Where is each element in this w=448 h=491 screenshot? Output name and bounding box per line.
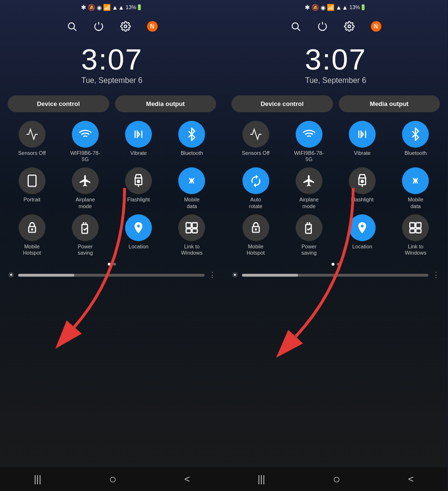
tile-wifi-right[interactable]: WIFI9B6-78-5G — [285, 121, 333, 163]
tile-bluetooth-left[interactable]: Bluetooth — [168, 121, 216, 163]
brightness-bar-left[interactable] — [18, 274, 205, 277]
notification-button-right[interactable]: N — [368, 19, 384, 34]
svg-rect-31 — [410, 229, 415, 233]
svg-point-25 — [255, 229, 256, 230]
sensors-label-right: Sensors Off — [242, 150, 270, 156]
auto-rotate-label-right: Autorotate — [249, 197, 263, 209]
tile-portrait-left[interactable]: Portrait — [8, 167, 56, 209]
brightness-dots-left[interactable]: ⋮ — [208, 270, 216, 280]
svg-rect-26 — [306, 224, 311, 234]
device-control-button-right[interactable]: Device control — [231, 95, 333, 112]
bluetooth-icon-right — [402, 121, 429, 148]
nav-home-right[interactable]: ○ — [333, 472, 341, 487]
tile-mobile-data-left[interactable]: Mobiledata — [168, 167, 216, 209]
status-bar-left: ✱ 🔕 ◉ 📶 ▲▲ 13%🔋 — [0, 0, 224, 15]
tile-vibrate-left[interactable]: Vibrate — [115, 121, 163, 163]
nav-back-left[interactable]: < — [184, 474, 190, 485]
location-icon-left — [125, 214, 152, 241]
svg-point-7 — [138, 180, 140, 183]
portrait-label-left: Portrait — [23, 197, 40, 203]
tile-location-right[interactable]: Location — [338, 214, 387, 256]
control-icons-row-right: N — [224, 15, 448, 40]
power-saving-label-left: Powersaving — [78, 244, 93, 256]
link-windows-icon-right — [402, 214, 429, 241]
bt-status-icon-r: ✱ — [305, 4, 310, 11]
hotspot-icon-left — [19, 214, 46, 241]
bt-status-icon: ✱ — [81, 4, 86, 11]
control-icons-row-left: N — [0, 15, 224, 40]
tile-hotspot-left[interactable]: MobileHotspot — [8, 214, 56, 256]
clock-time-right: 3:07 — [224, 45, 448, 74]
settings-button-left[interactable] — [118, 19, 133, 34]
tile-flashlight-left[interactable]: Flashlight — [115, 167, 163, 209]
tile-power-saving-right[interactable]: Powersaving — [285, 214, 333, 256]
brightness-fill-right — [242, 274, 298, 277]
airplane-icon-right — [296, 167, 322, 194]
power-button-left[interactable] — [91, 19, 106, 34]
dots-row-right — [224, 260, 448, 269]
sensors-icon-left — [19, 121, 46, 148]
dots-row-left — [0, 260, 224, 269]
mobile-data-icon-right — [402, 167, 429, 194]
tile-bluetooth-right[interactable]: Bluetooth — [391, 121, 440, 163]
nav-recent-right[interactable]: ||| — [258, 474, 265, 485]
brightness-row-left: ☀ ⋮ — [0, 269, 224, 281]
mobile-data-label-right: Mobiledata — [408, 197, 423, 209]
tile-hotspot-right[interactable]: MobileHotspot — [231, 214, 280, 256]
nav-recent-left[interactable]: ||| — [34, 474, 42, 485]
flashlight-icon-left — [125, 167, 152, 194]
sensors-icon-right — [242, 121, 269, 148]
tile-airplane-right[interactable]: Airplanemode — [285, 167, 333, 209]
tile-sensors-left[interactable]: Sensors Off — [8, 121, 56, 163]
power-saving-icon-left — [72, 214, 99, 241]
link-windows-label-right: Link toWindows — [405, 244, 426, 256]
brightness-sun-left: ☀ — [8, 270, 14, 280]
dot-1-left — [108, 263, 111, 266]
flashlight-icon-right — [349, 167, 376, 194]
tile-flashlight-right[interactable]: Flashlight — [338, 167, 387, 209]
svg-rect-3 — [28, 175, 35, 187]
sensors-label-left: Sensors Off — [18, 150, 46, 156]
location-label-left: Location — [128, 244, 149, 250]
clock-date-left: Tue, September 6 — [0, 76, 224, 85]
volume-icon-r: 🔕 — [311, 4, 319, 11]
media-output-button-right[interactable]: Media output — [339, 95, 440, 112]
tile-location-left[interactable]: Location — [115, 214, 163, 256]
auto-rotate-icon-right — [242, 167, 269, 194]
signal-icon: ▲▲ — [112, 4, 125, 11]
link-windows-label-left: Link toWindows — [181, 244, 203, 256]
brightness-dots-right[interactable]: ⋮ — [432, 270, 440, 280]
tile-wifi-left[interactable]: WIFI9B6-78-5G — [61, 121, 109, 163]
settings-button-right[interactable] — [342, 19, 357, 34]
wifi-status-icon: 📶 — [103, 4, 111, 11]
svg-point-9 — [31, 229, 32, 230]
tile-link-windows-right[interactable]: Link toWindows — [391, 214, 440, 256]
tile-power-saving-left[interactable]: Powersaving — [61, 214, 109, 256]
device-control-button-left[interactable]: Device control — [8, 95, 109, 112]
qs-buttons-row-right: Device control Media output — [224, 89, 448, 117]
nav-back-right[interactable]: < — [408, 474, 414, 485]
tile-vibrate-right[interactable]: Vibrate — [338, 121, 387, 163]
power-button-right[interactable] — [315, 19, 330, 34]
signal-icon-r: ▲▲ — [336, 4, 348, 11]
power-saving-icon-right — [296, 214, 322, 241]
status-bar-right: ✱ 🔕 ◉ 📶 ▲▲ 13%🔋 — [224, 0, 448, 15]
nav-home-left[interactable]: ○ — [109, 472, 117, 487]
search-button-left[interactable] — [64, 19, 80, 34]
media-output-button-left[interactable]: Media output — [115, 95, 217, 112]
tile-mobile-data-right[interactable]: Mobiledata — [391, 167, 440, 209]
tile-link-windows-left[interactable]: Link toWindows — [168, 214, 216, 256]
clock-area-left: 3:07 Tue, September 6 — [0, 40, 224, 89]
svg-rect-15 — [186, 229, 192, 233]
tile-sensors-right[interactable]: Sensors Off — [231, 121, 280, 163]
hotspot-label-left: MobileHotspot — [23, 244, 41, 256]
notification-button-left[interactable]: N — [145, 19, 160, 34]
tile-airplane-left[interactable]: Airplanemode — [61, 167, 109, 209]
wifi-icon-left — [72, 121, 99, 148]
location-icon-right — [349, 214, 376, 241]
battery-text-left: 13%🔋 — [126, 4, 143, 11]
hotspot-icon-right — [242, 214, 269, 241]
search-button-right[interactable] — [288, 19, 303, 34]
tile-auto-rotate-right[interactable]: Autorotate — [231, 167, 280, 209]
brightness-bar-right[interactable] — [242, 274, 428, 277]
